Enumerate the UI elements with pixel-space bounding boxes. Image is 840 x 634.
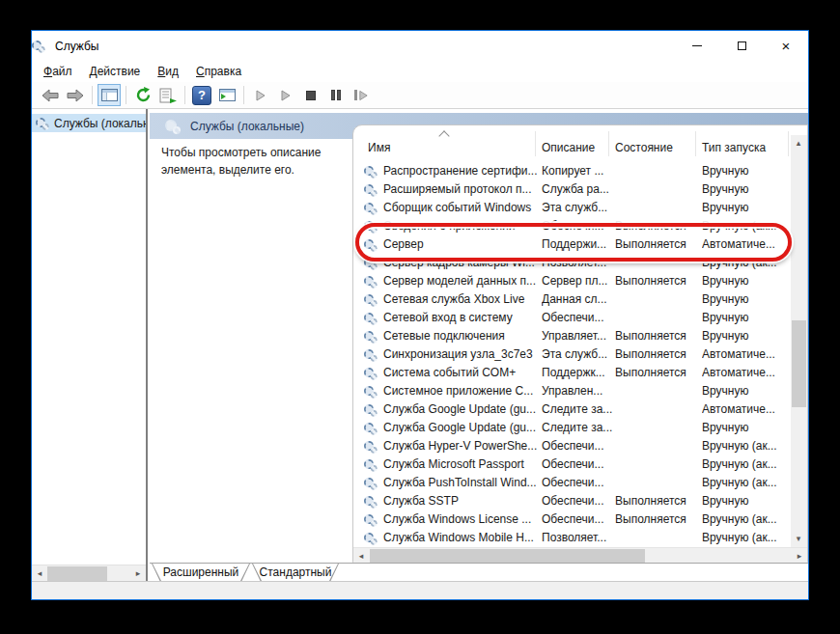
- service-row[interactable]: Сведения о приложенииОбеспечи...Выполняе…: [353, 217, 793, 235]
- service-row[interactable]: Сервер моделей данных п...Сервер пл...Вы…: [353, 272, 793, 290]
- help-button[interactable]: ?: [190, 84, 213, 106]
- resume-service-button[interactable]: [274, 84, 297, 106]
- view-tabs: Расширенный Стандартный: [150, 563, 808, 581]
- scroll-up-icon[interactable]: ▴: [791, 135, 806, 152]
- column-header-name[interactable]: Имя: [368, 141, 390, 154]
- service-name: Сервер: [383, 237, 540, 251]
- service-description: Управлен...: [542, 384, 613, 398]
- stop-icon: [306, 91, 316, 100]
- forward-arrow-icon: [67, 89, 84, 102]
- service-row[interactable]: Служба Hyper-V PowerShe...Обеспечи...Вру…: [353, 437, 793, 455]
- service-row[interactable]: Служба Google Update (gu...Следите за...…: [353, 400, 793, 419]
- service-row[interactable]: Синхронизация узла_3c7e3Эта служб...Выпо…: [353, 345, 793, 364]
- service-description: Обеспечи...: [542, 512, 613, 526]
- service-startup-type: Вручную (ак...: [702, 256, 793, 269]
- column-header-startup-type[interactable]: Тип запуска: [702, 141, 766, 154]
- tree-item-services-local[interactable]: Службы (локальные): [32, 114, 146, 132]
- service-gear-icon: [364, 330, 378, 343]
- tab-standard[interactable]: Стандартный: [252, 564, 339, 582]
- service-name: Сервер кадров камеры Wi...: [383, 256, 540, 269]
- service-name: Служба Windows Mobile H...: [383, 531, 540, 544]
- sort-ascending-icon[interactable]: [438, 130, 449, 141]
- service-description: Эта служб...: [542, 347, 613, 361]
- service-startup-type: Вручную (ак...: [702, 219, 793, 233]
- column-divider[interactable]: [535, 131, 536, 156]
- scroll-down-icon[interactable]: ▾: [791, 531, 806, 547]
- tab-extended[interactable]: Расширенный: [152, 564, 250, 582]
- maximize-button[interactable]: [719, 31, 764, 60]
- back-button[interactable]: [39, 84, 62, 106]
- service-startup-type: Вручную: [702, 384, 793, 398]
- service-description: Обеспечи...: [542, 219, 613, 233]
- menu-help[interactable]: Справка: [187, 63, 250, 80]
- service-startup-type: Вручную: [702, 292, 793, 306]
- service-name: Служба Hyper-V PowerShe...: [383, 439, 540, 453]
- column-divider[interactable]: [788, 131, 789, 156]
- start-service-button[interactable]: [249, 84, 272, 106]
- minimize-button[interactable]: [675, 31, 719, 60]
- title-bar[interactable]: Службы ×: [32, 31, 808, 61]
- toolbar-separator: [92, 86, 93, 104]
- service-row[interactable]: Системное приложение C...Управлен...Вруч…: [353, 382, 793, 400]
- service-gear-icon: [364, 440, 378, 453]
- service-row[interactable]: Сборщик событий WindowsЭта служб...Вручн…: [353, 199, 793, 217]
- service-row[interactable]: Сетевой вход в системуОбеспечи...Вручную: [353, 309, 793, 327]
- service-startup-type: Вручную: [702, 494, 793, 508]
- stop-service-button[interactable]: [299, 84, 322, 106]
- service-gear-icon: [364, 183, 378, 196]
- service-row[interactable]: Расширяемый протокол п...Служба ра...Вру…: [353, 180, 793, 199]
- scrollbar-thumb[interactable]: [792, 320, 806, 407]
- service-gear-icon: [364, 495, 378, 508]
- menu-file[interactable]: Файл: [35, 63, 81, 80]
- service-row[interactable]: СерверПоддержи...ВыполняетсяАвтоматиче..…: [353, 235, 793, 254]
- service-row[interactable]: Служба PushToInstall Wind...Обеспечи...В…: [353, 474, 793, 492]
- service-gear-icon: [364, 513, 378, 526]
- column-header-status[interactable]: Состояние: [615, 141, 673, 154]
- refresh-icon: [135, 87, 152, 103]
- menu-view[interactable]: Вид: [149, 63, 187, 80]
- forward-button[interactable]: [64, 84, 87, 106]
- service-row[interactable]: Служба Windows License ...Обеспечи...Вып…: [353, 510, 793, 529]
- close-button[interactable]: ×: [764, 31, 808, 60]
- panel-header-title: Службы (локальные): [190, 120, 304, 133]
- column-divider[interactable]: [695, 131, 696, 156]
- back-arrow-icon: [42, 89, 59, 102]
- service-row[interactable]: Служба Windows Mobile H...Позволяет...Вр…: [353, 529, 793, 547]
- vertical-scrollbar[interactable]: ▴ ▾: [791, 135, 807, 547]
- close-icon: ×: [782, 39, 791, 53]
- service-row[interactable]: Сетевая служба Xbox LiveДанная сл...Вруч…: [353, 290, 793, 309]
- service-row[interactable]: Служба SSTPОбеспечи...ВыполняетсяВручную: [353, 492, 793, 510]
- scroll-left-icon[interactable]: ◂: [32, 565, 47, 581]
- scroll-right-icon[interactable]: ▸: [130, 565, 146, 581]
- scrollbar-thumb[interactable]: [47, 566, 107, 581]
- scrollbar-thumb[interactable]: [370, 549, 645, 564]
- service-name: Сетевые подключения: [383, 329, 540, 343]
- service-row[interactable]: Сетевые подключенияУправляет...Выполняет…: [353, 327, 793, 345]
- service-name: Сведения о приложении: [383, 219, 540, 233]
- refresh-button[interactable]: [131, 84, 154, 106]
- service-description: Служба ра...: [542, 182, 613, 196]
- service-name: Синхронизация узла_3c7e3: [383, 347, 540, 361]
- service-startup-type: Вручную (ак...: [702, 457, 793, 471]
- panel-header-icon: [165, 119, 181, 133]
- column-header-description[interactable]: Описание: [542, 141, 595, 154]
- service-status: Выполняется: [615, 494, 700, 508]
- help-icon: ?: [192, 86, 211, 105]
- service-row[interactable]: Распространение сертифи...Копирует ...Вр…: [353, 162, 793, 180]
- properties-window-icon: [219, 89, 236, 101]
- service-row[interactable]: Сервер кадров камеры Wi...Позволяет...Вр…: [353, 254, 793, 272]
- export-list-button[interactable]: [156, 84, 180, 106]
- service-startup-type: Вручную: [702, 164, 793, 178]
- show-properties-button[interactable]: [215, 84, 238, 106]
- service-row[interactable]: Служба Microsoft PassportОбеспечи...Вруч…: [353, 455, 793, 474]
- service-row[interactable]: Система событий COM+Поддержк...Выполняет…: [353, 364, 793, 382]
- column-divider[interactable]: [608, 131, 609, 156]
- show-console-tree-button[interactable]: [98, 84, 121, 106]
- tree-horizontal-scrollbar[interactable]: ◂ ▸: [32, 565, 146, 581]
- horizontal-scrollbar[interactable]: ◂ ▸: [353, 547, 807, 564]
- menu-bar: Файл Действие Вид Справка: [32, 61, 808, 82]
- restart-service-button[interactable]: [350, 84, 373, 106]
- menu-action[interactable]: Действие: [81, 63, 150, 80]
- pause-service-button[interactable]: [324, 84, 348, 106]
- service-row[interactable]: Служба Google Update (gu...Следите за...…: [353, 419, 793, 437]
